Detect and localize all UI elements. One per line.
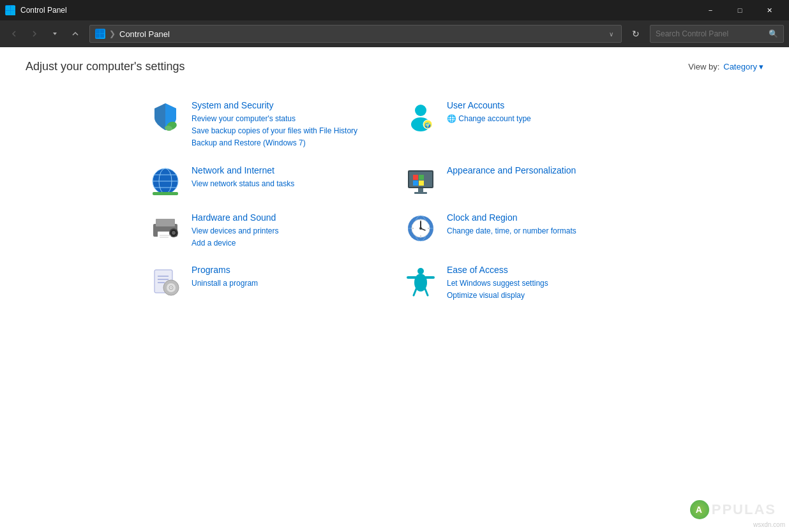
hardware-icon (149, 212, 181, 244)
category-user-accounts: 🌍 User Accounts 🌐 Change account type (395, 92, 650, 158)
svg-point-10 (415, 105, 426, 116)
clock-icon (405, 212, 437, 244)
ease-of-access-link-1[interactable]: Let Windows suggest settings (447, 277, 640, 290)
network-content: Network and Internet View network status… (192, 165, 384, 190)
title-bar: Control Panel − □ ✕ (0, 0, 789, 20)
address-bar[interactable]: ❯ Control Panel ∨ (89, 25, 622, 43)
address-separator: ❯ (109, 29, 116, 38)
category-appearance: Appearance and Personalization (395, 158, 650, 205)
svg-rect-5 (100, 29, 104, 33)
appearance-title[interactable]: Appearance and Personalization (447, 165, 640, 175)
maximize-button[interactable]: □ (725, 0, 755, 20)
clock-title[interactable]: Clock and Region (447, 212, 640, 223)
svg-rect-0 (6, 6, 10, 10)
system-security-content: System and Security Review your computer… (192, 100, 384, 150)
category-ease-of-access: Ease of Access Let Windows suggest setti… (395, 257, 650, 309)
hardware-link-2[interactable]: Add a device (192, 237, 384, 249)
hardware-content: Hardware and Sound View devices and prin… (192, 212, 384, 249)
title-bar-text: Control Panel (20, 6, 696, 15)
svg-rect-25 (419, 181, 424, 186)
ease-of-access-link-2[interactable]: Optimize visual display (447, 290, 640, 302)
search-icon: 🔍 (769, 29, 778, 38)
system-security-link-3[interactable]: Backup and Restore (Windows 7) (192, 137, 384, 149)
appearance-content: Appearance and Personalization (447, 165, 640, 178)
view-by-dropdown[interactable]: Category ▾ (723, 62, 763, 71)
view-by-label: View by: (688, 62, 719, 71)
category-system-security: System and Security Review your computer… (139, 92, 395, 158)
svg-rect-6 (96, 34, 100, 38)
address-icon (95, 29, 105, 39)
back-button[interactable] (5, 25, 23, 43)
ease-of-access-title[interactable]: Ease of Access (447, 265, 640, 275)
svg-rect-22 (413, 175, 418, 180)
user-accounts-icon: 🌍 (405, 100, 437, 132)
hardware-title[interactable]: Hardware and Sound (192, 212, 384, 223)
svg-rect-23 (419, 175, 424, 180)
system-security-link-1[interactable]: Review your computer's status (192, 113, 384, 125)
minimize-button[interactable]: − (696, 0, 725, 20)
svg-rect-2 (6, 11, 10, 15)
user-accounts-content: User Accounts 🌐 Change account type (447, 100, 640, 125)
programs-link-1[interactable]: Uninstall a program (192, 277, 384, 290)
svg-rect-4 (96, 29, 100, 33)
svg-rect-24 (413, 181, 418, 186)
search-input[interactable] (656, 29, 769, 38)
user-accounts-link-1[interactable]: 🌐 Change account type (447, 113, 640, 125)
content-area: Adjust your computer's settings View by:… (0, 47, 789, 532)
search-bar[interactable]: 🔍 (650, 25, 784, 43)
svg-line-60 (425, 289, 428, 295)
svg-point-56 (417, 268, 424, 274)
svg-rect-19 (153, 192, 178, 195)
categories-grid: System and Security Review your computer… (139, 92, 650, 309)
clock-content: Clock and Region Change date, time, or n… (447, 212, 640, 237)
category-clock: Clock and Region Change date, time, or n… (395, 205, 650, 257)
hardware-link-1[interactable]: View devices and printers (192, 225, 384, 237)
svg-text:🌍: 🌍 (425, 122, 431, 128)
svg-line-59 (414, 289, 416, 295)
category-hardware: Hardware and Sound View devices and prin… (139, 205, 395, 257)
appearance-icon (405, 165, 437, 197)
view-by: View by: Category ▾ (688, 62, 763, 71)
close-button[interactable]: ✕ (755, 0, 784, 20)
svg-rect-3 (11, 11, 15, 15)
svg-point-33 (172, 231, 176, 235)
system-security-title[interactable]: System and Security (192, 100, 384, 110)
page-title: Adjust your computer's settings (26, 60, 185, 73)
title-bar-controls: − □ ✕ (696, 0, 784, 20)
address-text: Control Panel (119, 29, 606, 39)
svg-rect-27 (414, 192, 427, 194)
programs-icon (149, 265, 181, 297)
ease-of-access-icon (405, 265, 437, 297)
forward-button[interactable] (26, 25, 43, 43)
clock-link-1[interactable]: Change date, time, or number formats (447, 225, 640, 237)
programs-title[interactable]: Programs (192, 265, 384, 275)
svg-rect-7 (100, 34, 104, 38)
network-title[interactable]: Network and Internet (192, 165, 384, 175)
network-link-1[interactable]: View network status and tasks (192, 178, 384, 190)
programs-content: Programs Uninstall a program (192, 265, 384, 290)
address-dropdown-arrow[interactable]: ∨ (606, 31, 616, 38)
nav-bar: ❯ Control Panel ∨ ↻ 🔍 (0, 20, 789, 47)
svg-point-55 (170, 286, 172, 288)
up-button[interactable] (66, 25, 84, 43)
category-programs: Programs Uninstall a program (139, 257, 395, 309)
refresh-button[interactable]: ↻ (627, 25, 645, 43)
user-accounts-title[interactable]: User Accounts (447, 100, 640, 110)
ease-of-access-content: Ease of Access Let Windows suggest setti… (447, 265, 640, 302)
recent-locations-button[interactable] (46, 25, 64, 43)
system-security-link-2[interactable]: Save backup copies of your files with Fi… (192, 125, 384, 137)
svg-rect-29 (156, 219, 175, 226)
network-icon (149, 165, 181, 197)
app-icon (5, 5, 15, 15)
svg-rect-1 (11, 6, 15, 10)
category-network: Network and Internet View network status… (139, 158, 395, 205)
page-header: Adjust your computer's settings View by:… (26, 60, 763, 73)
svg-rect-26 (418, 188, 423, 192)
system-security-icon (149, 100, 181, 132)
